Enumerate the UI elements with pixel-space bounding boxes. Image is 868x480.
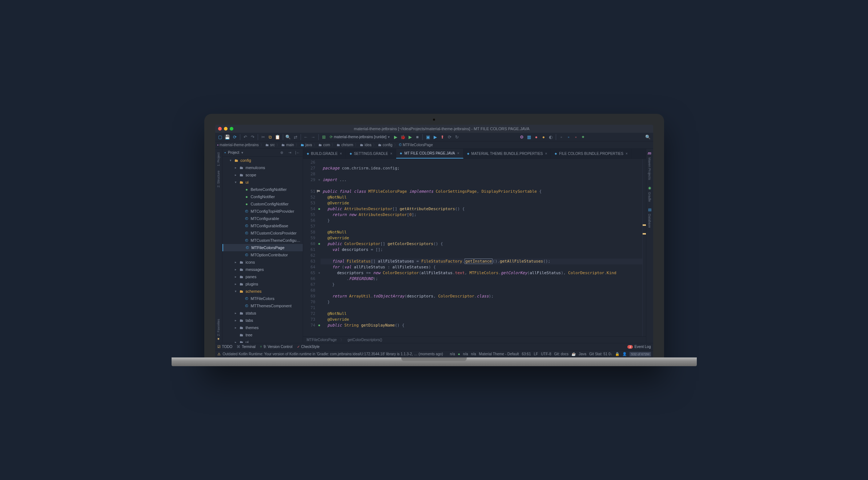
project-tree[interactable]: ▾🖿config▸🖿menuIcons▸🖿scope▾🖿ui●BeforeCon… [222, 157, 303, 343]
tree-item-mtcustomthemeconfigurable[interactable]: ©MTCustomThemeConfigurable [222, 237, 303, 244]
maximize-window-button[interactable] [230, 127, 233, 131]
editor-tab[interactable]: ◆MATERIAL THEME BUNDLE.PROPERTIES× [463, 149, 551, 159]
status-lf[interactable]: LF [534, 352, 538, 356]
help-icon[interactable]: ● [533, 134, 539, 140]
bc-file[interactable]: ©MTFileColorsPage [399, 143, 433, 147]
close-icon[interactable]: × [545, 152, 547, 156]
tree-item-plugins[interactable]: ▸🖿plugins [222, 280, 303, 288]
tree-item-scope[interactable]: ▸🖿scope [222, 171, 303, 179]
bc-item[interactable]: 🖿java [301, 143, 312, 147]
tree-item-config[interactable]: ▾🖿config [222, 157, 303, 164]
status-git[interactable]: Git: docs [554, 352, 568, 356]
checkstyle-tab[interactable]: ✓CheckStyle [297, 345, 320, 349]
replace-icon[interactable]: ⇄ [293, 134, 298, 140]
forward-icon[interactable]: → [310, 134, 316, 140]
editor-tab[interactable]: ◆BUILD.GRADLE× [303, 149, 346, 159]
chevron-icon[interactable]: ▸ [234, 282, 238, 286]
tree-item-ui[interactable]: ▸🖿ui [222, 339, 303, 343]
close-icon[interactable]: × [340, 152, 342, 156]
tree-item-mtfilecolorspage[interactable]: ©MTFileColorsPage [222, 244, 303, 251]
open-icon[interactable]: ▢ [217, 134, 223, 140]
project-tab[interactable]: 1: Project [216, 150, 221, 168]
chevron-icon[interactable]: ▸ [234, 275, 238, 279]
debug-icon[interactable]: 🐞 [400, 134, 406, 140]
tree-item-mtfilecolors[interactable]: ©MTFileColors [222, 295, 303, 302]
tree-item-menuicons[interactable]: ▸🖿menuIcons [222, 164, 303, 171]
bc-item[interactable]: 🖿com [318, 143, 330, 147]
structure-tab[interactable]: 2: Structure [216, 168, 221, 190]
editor-tab[interactable]: ◆SETTINGS.GRADLE× [346, 149, 397, 159]
refresh-icon[interactable]: ⟳ [447, 134, 453, 140]
tree-item-themes[interactable]: ▸🖿themes [222, 324, 303, 331]
layout2-icon[interactable]: ▫ [566, 134, 571, 140]
layout3-icon[interactable]: ▫ [573, 134, 579, 140]
gear-icon[interactable]: |← [295, 150, 301, 156]
find-icon[interactable]: 🔍 [285, 134, 291, 140]
history-icon[interactable]: ↻ [454, 134, 460, 140]
close-icon[interactable]: × [626, 152, 628, 156]
crumb-class[interactable]: MTFileColorsPage [307, 338, 337, 342]
collapse-icon[interactable]: ⇥ [287, 150, 293, 156]
stop-icon[interactable]: ■ [414, 134, 420, 140]
undo-icon[interactable]: ↶ [242, 134, 248, 140]
save-icon[interactable]: 💾 [225, 134, 230, 140]
tree-item-panes[interactable]: ▸🖿panes [222, 273, 303, 280]
status-pos[interactable]: 63:61 [522, 352, 531, 356]
chevron-icon[interactable]: ▾ [229, 159, 233, 162]
close-icon[interactable]: × [457, 151, 459, 155]
locate-icon[interactable]: ⊕ [279, 150, 285, 156]
gradle-tab[interactable]: Gradle [647, 190, 652, 204]
editor-tab[interactable]: ◆MT FILE COLORS PAGE.JAVA× [396, 149, 463, 159]
chevron-icon[interactable]: ▾ [234, 180, 238, 184]
toggle-icon[interactable]: ◐ [548, 134, 554, 140]
run-icon[interactable]: ▶ [393, 134, 398, 140]
editor-scrollbar[interactable] [642, 159, 646, 336]
bc-item[interactable]: 🖿chrisrm [337, 143, 353, 147]
tree-item-mtconfigurablebase[interactable]: ©MTConfigurableBase [222, 222, 303, 229]
terminal-tab[interactable]: ⌘Terminal [237, 345, 256, 349]
favorites-tab[interactable]: ★ 2: Favorites [216, 317, 221, 343]
maven-tab[interactable]: Maven Projects [647, 155, 652, 182]
grid-icon[interactable]: ⊞ [321, 134, 327, 140]
bc-item[interactable]: 🖿config [378, 143, 393, 147]
chevron-icon[interactable]: ▸ [234, 319, 238, 322]
tree-item-messages[interactable]: ▸🖿messages [222, 266, 303, 273]
bc-item[interactable]: 🖿idea [360, 143, 371, 147]
profile-icon[interactable]: ▶ [432, 134, 438, 140]
memory-indicator[interactable]: 532 of 672M [630, 352, 651, 356]
tree-item-tabs[interactable]: ▸🖿tabs [222, 317, 303, 324]
structure-icon[interactable]: ▦ [526, 134, 532, 140]
hotswap-icon[interactable]: ⬆ [439, 134, 445, 140]
back-icon[interactable]: ← [303, 134, 309, 140]
status-theme[interactable]: Material Theme - Default [479, 352, 519, 356]
status-gitstat[interactable]: Git Stat: 51 0↓ [589, 352, 612, 356]
tree-item-mtthemescomponent[interactable]: ©MTThemesComponent [222, 302, 303, 309]
chevron-icon[interactable]: ▸ [234, 173, 238, 177]
settings-icon[interactable]: ⚙ [519, 134, 525, 140]
minimize-window-button[interactable] [224, 127, 228, 131]
attach-icon[interactable]: ▣ [425, 134, 431, 140]
tree-item-mtcustomcolorsprovider[interactable]: ©MTCustomColorsProvider [222, 229, 303, 237]
tree-item-mtconfigurable[interactable]: ©MTConfigurable [222, 215, 303, 222]
copy-icon[interactable]: ⧉ [268, 134, 273, 140]
tree-item-mtoptioncontributor[interactable]: ©MTOptionContributor [222, 251, 303, 259]
tree-item-beforeconfignotifier[interactable]: ●BeforeConfigNotifier [222, 186, 303, 193]
puzzle-icon[interactable]: ✦ [580, 134, 586, 140]
event-log-tab[interactable]: 2 Event Log [627, 345, 651, 349]
tree-item-status[interactable]: ▸🖿status [222, 309, 303, 317]
close-icon[interactable]: × [390, 152, 393, 156]
tree-item-schemes[interactable]: ▾🖿schemes [222, 288, 303, 295]
chevron-icon[interactable]: ▸ [234, 311, 238, 315]
cut-icon[interactable]: ✂ [260, 134, 266, 140]
unknown-icon[interactable]: ● [541, 134, 546, 140]
status-enc[interactable]: UTF-8 [541, 352, 551, 356]
bc-root[interactable]: ▪material-theme-jetbrains [217, 143, 259, 147]
sync-icon[interactable]: ⟳ [232, 134, 238, 140]
chevron-icon[interactable]: ▸ [234, 326, 238, 329]
coverage-icon[interactable]: ▶ [407, 134, 413, 140]
crumb-method[interactable]: getColorDescriptors() [347, 338, 382, 342]
chevron-icon[interactable]: ▸ [234, 268, 238, 271]
chevron-icon[interactable]: ▸ [234, 260, 238, 264]
chevron-icon[interactable]: ▸ [234, 340, 238, 343]
chevron-icon[interactable]: ▸ [234, 166, 238, 169]
